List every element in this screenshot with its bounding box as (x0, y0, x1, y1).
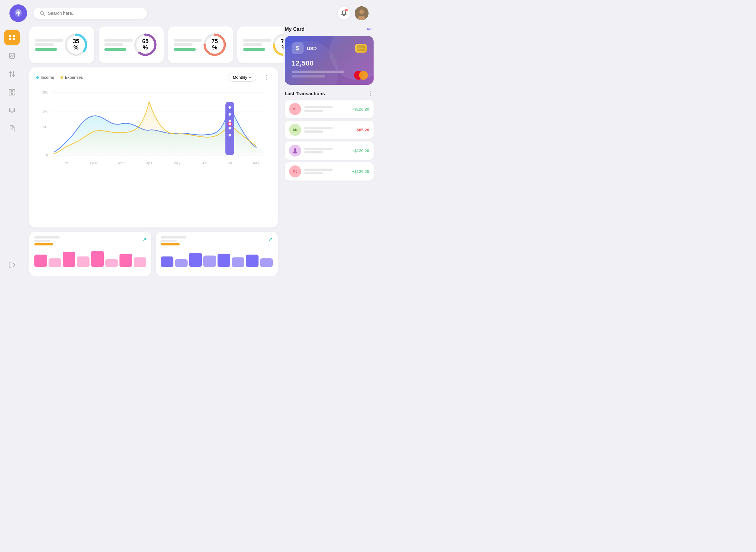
trans-avatar-4: MJ (289, 165, 301, 177)
mastercard-icon (354, 71, 368, 80)
chart-icon (8, 52, 16, 59)
sidebar-item-document[interactable] (4, 121, 20, 137)
svg-point-5 (359, 9, 364, 14)
document-icon (8, 125, 16, 133)
logo[interactable] (9, 4, 27, 22)
svg-point-46 (229, 127, 231, 130)
trans-lines-4 (304, 168, 349, 174)
mini-bar (77, 257, 90, 267)
avatar-image (355, 6, 368, 20)
avatar[interactable] (355, 6, 368, 20)
svg-point-47 (229, 134, 231, 136)
stat-card-3: 75% (168, 26, 233, 63)
trans-lines-2 (304, 127, 352, 133)
stat-card-4-left (243, 39, 272, 51)
svg-point-15 (11, 112, 13, 113)
stat-progress (243, 48, 265, 51)
trans-avatar-1: MJ (289, 103, 301, 115)
income-dot (36, 76, 39, 79)
trans-amount-2: -$85.20 (355, 128, 369, 132)
my-card-title: My Card (285, 26, 305, 32)
mini-lines-1 (34, 236, 60, 246)
more-options-button[interactable]: ⋮ (262, 74, 271, 81)
mini-line (34, 240, 50, 242)
svg-point-54 (293, 151, 297, 153)
mini-bar (175, 259, 188, 267)
svg-rect-8 (13, 35, 15, 37)
svg-point-52 (371, 28, 373, 30)
stat-card-2: 65% (99, 26, 164, 63)
search-icon (40, 11, 45, 16)
svg-rect-14 (13, 93, 15, 95)
svg-rect-7 (9, 35, 11, 37)
content-area: 35% 65% (24, 26, 284, 276)
stat-card-1: 35% (29, 26, 94, 63)
trans-amount-4: +$120.20 (352, 169, 369, 174)
stat-progress (35, 48, 57, 51)
svg-text:Ma
r: Ma r (118, 161, 124, 165)
trans-line (304, 106, 333, 108)
sidebar-item-chart[interactable] (4, 48, 20, 63)
stat-line (35, 43, 54, 46)
card-visual: $ USD 12,500 (285, 36, 373, 85)
sidebar-item-logout[interactable] (4, 257, 20, 273)
transactions-title: Last Transactions (285, 91, 325, 96)
topnav (0, 0, 378, 26)
dashboard-icon (8, 34, 16, 41)
mini-bar (260, 258, 273, 267)
chart-card: Income Expenses Monthly ⋮ (29, 67, 278, 228)
card-options-icon[interactable] (367, 27, 373, 32)
transactions-more-button[interactable]: ⋮ (368, 90, 373, 97)
trans-lines-3 (304, 148, 349, 153)
mini-bars-1 (34, 248, 146, 267)
stat-gauge-4: 75% (272, 32, 284, 57)
right-panel: My Card $ USD (284, 26, 378, 276)
bottom-charts: ↗ (29, 232, 278, 276)
stat-line (243, 43, 262, 46)
svg-text:10K: 10K (42, 125, 48, 129)
svg-text:30K: 30K (42, 91, 48, 94)
mini-chart-1: ↗ (29, 232, 151, 276)
sidebar-item-dashboard[interactable] (4, 30, 20, 45)
stat-gauge-1: 35% (64, 32, 89, 57)
stat-card-4: 75% (237, 26, 284, 63)
sidebar-item-grid[interactable] (4, 85, 20, 100)
period-select-button[interactable]: Monthly (228, 73, 256, 82)
mini-bar (134, 257, 146, 267)
search-input[interactable] (48, 11, 141, 16)
trans-line (304, 110, 323, 112)
mini-chart-2-header: ↗ (161, 236, 273, 246)
stat-card-1-left (35, 39, 64, 51)
stat-gauge-2: 65% (133, 32, 158, 57)
sidebar-item-transfer[interactable] (4, 66, 20, 82)
svg-text:0: 0 (46, 153, 48, 157)
line-chart: 30K 15K 10K 0 Jan Fe b Ma r Ap r Ma y Ju… (36, 86, 271, 168)
mini-chart-1-header: ↗ (34, 236, 146, 246)
grid-icon (8, 89, 16, 96)
stat-card-2-left (104, 39, 133, 51)
notification-button[interactable] (338, 7, 350, 19)
search-bar[interactable] (33, 8, 147, 19)
mini-highlight (161, 243, 180, 246)
stat-progress (104, 48, 126, 51)
svg-rect-13 (13, 90, 15, 92)
transactions-section: Last Transactions ⋮ MJ +$120.20 AN -$85.… (285, 90, 373, 183)
svg-text:Ap
r: Ap r (146, 161, 152, 165)
chevron-down-icon (248, 77, 251, 79)
trans-avatar-2: AN (289, 124, 301, 136)
trans-lines-1 (304, 106, 349, 112)
chart-area: 30K 15K 10K 0 Jan Fe b Ma r Ap r Ma y Ju… (36, 86, 271, 168)
mini-bar (119, 254, 132, 267)
mini-bar (91, 251, 104, 267)
mini-bar (218, 254, 230, 267)
svg-text:Jun: Jun (202, 161, 208, 165)
topnav-right (338, 6, 368, 20)
legend-income: Income (36, 75, 54, 80)
svg-point-51 (369, 28, 371, 30)
mini-bar (232, 257, 244, 267)
trans-avatar-3 (289, 145, 301, 157)
trans-line (304, 168, 333, 171)
svg-rect-10 (13, 38, 15, 40)
trans-line (304, 127, 333, 129)
sidebar-item-message[interactable] (4, 103, 20, 119)
